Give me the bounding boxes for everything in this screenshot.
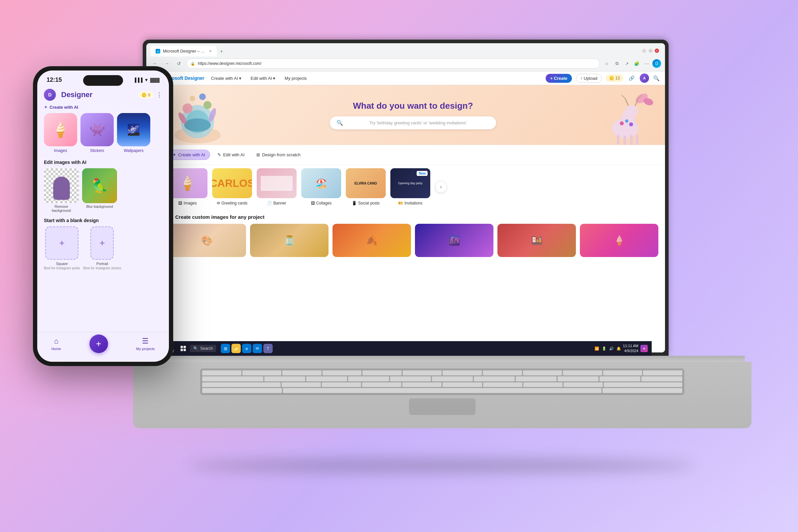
tab-design-scratch[interactable]: ⊞ Design from scratch — [252, 150, 305, 160]
keyboard-row-1 — [202, 370, 682, 375]
taskbar-time-value: 11:11 AM — [623, 343, 639, 348]
nav-avatar[interactable]: A — [640, 74, 649, 83]
category-card-images[interactable]: 🍦 🖼 Images — [168, 168, 208, 206]
key — [641, 376, 682, 381]
category-next-btn[interactable]: › — [435, 181, 447, 193]
link-icon[interactable]: 🔗 — [627, 74, 636, 82]
battery-sys-icon: 🔋 — [602, 346, 607, 351]
category-label-collages: 🖼 Collages — [311, 201, 332, 206]
phone-header-right: 🪙 9 ⋮ — [138, 91, 162, 98]
win-maximize-btn[interactable]: □ — [648, 49, 653, 53]
nav-upload-btn[interactable]: ↑ Upload — [576, 74, 602, 83]
social-card-content: ELVIRA CANO — [355, 182, 377, 185]
svg-point-9 — [199, 93, 206, 100]
custom-img-6[interactable]: 🍦 — [580, 224, 658, 257]
app-main: What do you want to design? 🔍 Try 'birth… — [161, 85, 665, 353]
nav-edit-ai-chevron: ▾ — [273, 76, 275, 81]
phone-category-stickers[interactable]: 👾 Stickers — [80, 113, 114, 153]
svg-point-17 — [620, 121, 624, 125]
phone-category-images[interactable]: 🍦 Images — [44, 113, 77, 153]
key — [600, 376, 640, 381]
taskbar-app-explorer[interactable]: 📁 — [231, 344, 241, 353]
edge-icon: e — [246, 346, 248, 351]
custom-img-1[interactable]: 🎨 — [168, 224, 246, 257]
phone-category-wallpapers[interactable]: 🌌 Wallpapers — [117, 113, 150, 153]
svg-rect-14 — [624, 136, 626, 145]
custom-img-4[interactable]: 🌆 — [415, 224, 493, 257]
hero-search-bar[interactable]: 🔍 Try 'birthday greeting cards' or 'wedd… — [330, 116, 496, 129]
taskbar-start-btn[interactable] — [180, 345, 187, 352]
bookmark-icon[interactable]: ☆ — [603, 59, 611, 68]
custom-img-2[interactable]: 🫙 — [250, 224, 328, 257]
laptop-body — [126, 356, 758, 428]
taskbar-app-teams[interactable]: T — [263, 344, 273, 353]
nav-my-projects[interactable]: My projects — [282, 75, 309, 82]
settings-icon[interactable]: ⋯ — [642, 59, 651, 68]
phone-nav-home[interactable]: ⌂ Home — [51, 337, 61, 351]
browser-tab-active[interactable]: D Microsoft Designer – Stunning desi... … — [150, 46, 217, 57]
nav-create-btn[interactable]: + Create — [546, 74, 572, 83]
nav-search-icon[interactable]: 🔍 — [653, 75, 660, 81]
category-img-collages: 🏖️ — [301, 168, 341, 198]
taskbar-app-store[interactable]: ⊞ — [221, 344, 230, 353]
new-tab-btn[interactable]: + — [217, 46, 225, 57]
phone-device: 12:15 ▐▐▐ ▼ ▓▓▓ D Designer 🪙 9 — [33, 66, 173, 366]
designer-icon: ✦ — [643, 347, 645, 350]
images-category-icon: 🍦 — [168, 168, 208, 198]
nav-edit-ai[interactable]: Edit with AI ▾ — [248, 75, 278, 82]
share-icon[interactable]: ↗ — [623, 59, 631, 68]
phone-status-icons: ▐▐▐ ▼ ▓▓▓ — [133, 77, 159, 82]
key — [348, 376, 389, 381]
phone-remove-bg-card[interactable]: Removebackground — [44, 168, 79, 212]
taskbar-search[interactable]: 🔍 Search — [190, 345, 216, 352]
phone-nav-projects[interactable]: ☰ My projects — [136, 337, 155, 351]
custom-images: 🎨 🫙 🍂 🌆 — [168, 224, 658, 257]
tab-create-ai[interactable]: ✦ Create with AI — [168, 150, 210, 160]
teams-icon: T — [267, 346, 269, 350]
taskbar-sys-tray: 📶 🔋 🔊 🔔 — [594, 346, 621, 351]
taskbar-designer-icon[interactable]: ✦ — [640, 345, 648, 352]
tab-edit-ai[interactable]: ✎ Edit with AI — [213, 150, 249, 160]
tab-close-btn[interactable]: × — [209, 49, 211, 54]
nav-create-ai[interactable]: Create with AI ▾ — [208, 75, 244, 82]
phone-create-ai-title: ✦ Create with AI — [44, 105, 162, 110]
category-card-invitations[interactable]: Opening day party New 🎫 Invitations — [391, 168, 430, 206]
category-card-banner[interactable]: 📄 Banner — [257, 168, 297, 206]
category-card-social[interactable]: ELVIRA CANO 📱 Social posts — [346, 168, 386, 206]
laptop-touchpad[interactable] — [409, 398, 475, 415]
hero-right-decoration — [589, 89, 655, 145]
phone-content: ✦ Create with AI 🍦 Images 👾 — [37, 105, 169, 349]
extensions-icon[interactable]: 🧩 — [632, 59, 641, 68]
browser-address-bar[interactable]: 🔒 https://www.designer.microsoft.com/ — [186, 58, 600, 69]
phone-blur-bg-card[interactable]: 🦜 Blur background — [82, 168, 117, 212]
win-minimize-btn[interactable]: – — [642, 49, 646, 53]
phone-fab-create[interactable]: + — [90, 335, 108, 353]
category-card-collages[interactable]: 🏖️ 🖼 Collages — [301, 168, 341, 206]
screenshot-icon[interactable]: ⧉ — [612, 59, 621, 68]
svg-point-19 — [629, 122, 633, 126]
sparkle-icon: ✦ — [44, 105, 48, 110]
browser-reload-btn[interactable]: ↺ — [174, 59, 184, 68]
custom-img-3[interactable]: 🍂 — [332, 224, 411, 257]
laptop-shadow — [190, 459, 695, 472]
phone-square-card[interactable]: + Square Best for Instagram posts — [44, 226, 80, 270]
win-close-btn[interactable]: × — [655, 49, 659, 53]
banner-preview — [261, 176, 292, 191]
svg-point-18 — [625, 119, 628, 123]
key — [242, 370, 282, 375]
phone-stickers-label: Stickers — [90, 148, 104, 153]
action-tabs: ✦ Create with AI ✎ Edit with AI ⊞ Design… — [161, 145, 665, 165]
phone-portrait-card[interactable]: + Portrait Best for Instagram stories — [83, 226, 121, 270]
profile-icon[interactable]: D — [652, 59, 661, 68]
taskbar-app-edge[interactable]: e — [242, 344, 251, 353]
folder-icon: ☰ — [142, 337, 149, 345]
upload-btn-label: ↑ Upload — [580, 76, 597, 81]
more-icon[interactable]: ⋮ — [156, 91, 162, 98]
taskbar-app-mail[interactable]: ✉ — [253, 344, 262, 353]
category-img-images: 🍦 — [168, 168, 208, 198]
taskbar-app-icons: ⊞ 📁 e ✉ T — [221, 344, 273, 353]
category-card-greeting[interactable]: CARLOS ✉ Greeting cards — [212, 168, 252, 206]
custom-img-5[interactable]: 🍱 — [497, 224, 576, 257]
laptop-screen-bezel: D Microsoft Designer – Stunning desi... … — [143, 40, 668, 356]
store-icon: ⊞ — [224, 346, 227, 351]
